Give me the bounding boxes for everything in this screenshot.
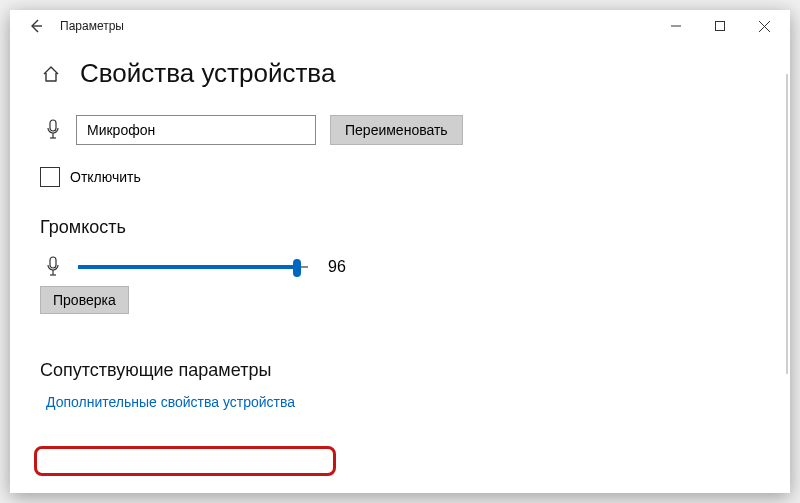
settings-window: Параметры Свойства устройства: [10, 10, 790, 493]
volume-microphone-icon: [40, 256, 66, 278]
disable-row: Отключить: [40, 167, 760, 187]
volume-slider[interactable]: [78, 257, 308, 277]
related-heading: Сопутствующие параметры: [40, 360, 760, 381]
microphone-icon: [40, 119, 66, 141]
window-title: Параметры: [54, 19, 654, 33]
page-title: Свойства устройства: [80, 58, 335, 89]
svg-rect-4: [50, 120, 56, 131]
svg-rect-1: [716, 22, 725, 31]
annotation-highlight: [34, 446, 336, 476]
disable-checkbox[interactable]: [40, 167, 60, 187]
slider-fill: [78, 265, 297, 269]
window-controls: [654, 10, 786, 42]
volume-row: 96: [40, 256, 760, 278]
additional-properties-link[interactable]: Дополнительные свойства устройства: [40, 389, 311, 415]
page-header: Свойства устройства: [40, 58, 760, 89]
maximize-button[interactable]: [698, 10, 742, 42]
related-link-row: Дополнительные свойства устройства: [40, 389, 760, 415]
volume-value: 96: [328, 258, 346, 276]
back-button[interactable]: [18, 10, 54, 42]
disable-label: Отключить: [70, 169, 141, 185]
rename-button[interactable]: Переименовать: [330, 115, 463, 145]
svg-rect-7: [50, 257, 56, 268]
close-button[interactable]: [742, 10, 786, 42]
test-button[interactable]: Проверка: [40, 286, 129, 314]
device-name-input[interactable]: [76, 115, 316, 145]
minimize-button[interactable]: [654, 10, 698, 42]
rename-row: Переименовать: [40, 115, 760, 145]
back-arrow-icon: [29, 19, 43, 33]
page-content: Свойства устройства Переименовать Отключ…: [10, 42, 790, 493]
titlebar: Параметры: [10, 10, 790, 42]
home-icon[interactable]: [40, 63, 62, 85]
slider-thumb[interactable]: [293, 259, 301, 277]
volume-heading: Громкость: [40, 217, 760, 238]
